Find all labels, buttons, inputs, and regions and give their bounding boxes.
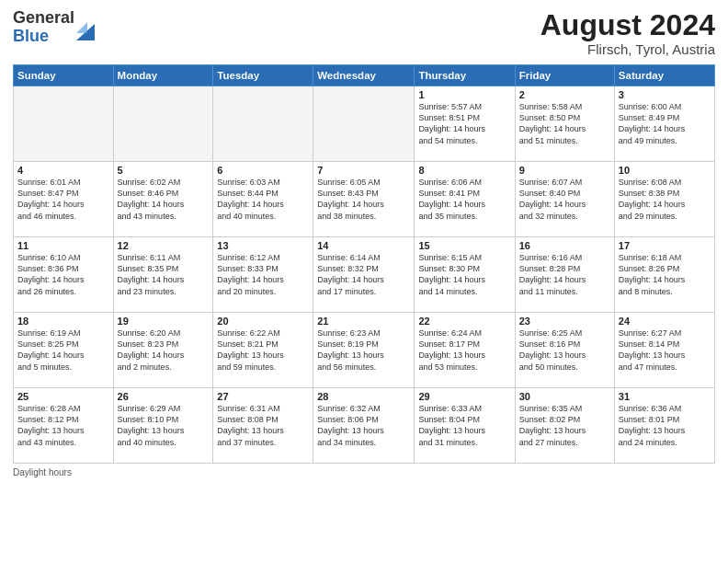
calendar-cell: 20Sunrise: 6:22 AM Sunset: 8:21 PM Dayli… xyxy=(213,313,313,388)
calendar-cell: 19Sunrise: 6:20 AM Sunset: 8:23 PM Dayli… xyxy=(113,313,213,388)
col-sunday: Sunday xyxy=(14,65,114,86)
day-info: Sunrise: 6:36 AM Sunset: 8:01 PM Dayligh… xyxy=(619,403,711,448)
calendar-week-1: 4Sunrise: 6:01 AM Sunset: 8:47 PM Daylig… xyxy=(14,162,715,237)
day-info: Sunrise: 6:14 AM Sunset: 8:32 PM Dayligh… xyxy=(317,252,410,297)
calendar-cell: 5Sunrise: 6:02 AM Sunset: 8:46 PM Daylig… xyxy=(113,162,213,237)
day-info: Sunrise: 6:05 AM Sunset: 8:43 PM Dayligh… xyxy=(317,177,410,222)
day-info: Sunrise: 6:07 AM Sunset: 8:40 PM Dayligh… xyxy=(519,177,610,222)
day-info: Sunrise: 6:33 AM Sunset: 8:04 PM Dayligh… xyxy=(418,403,510,448)
logo-blue-text: Blue xyxy=(13,28,74,46)
day-number: 21 xyxy=(317,316,410,327)
day-info: Sunrise: 6:01 AM Sunset: 8:47 PM Dayligh… xyxy=(17,177,109,222)
calendar-cell xyxy=(113,86,213,162)
day-number: 7 xyxy=(317,165,410,176)
day-info: Sunrise: 6:31 AM Sunset: 8:08 PM Dayligh… xyxy=(217,403,309,448)
day-number: 30 xyxy=(519,391,610,402)
day-info: Sunrise: 6:23 AM Sunset: 8:19 PM Dayligh… xyxy=(317,327,410,373)
header: General Blue August 2024 Flirsch, Tyrol,… xyxy=(13,9,715,57)
calendar-cell: 2Sunrise: 5:58 AM Sunset: 8:50 PM Daylig… xyxy=(515,86,614,162)
col-thursday: Thursday xyxy=(415,65,515,86)
day-info: Sunrise: 6:35 AM Sunset: 8:02 PM Dayligh… xyxy=(519,403,610,448)
day-info: Sunrise: 6:29 AM Sunset: 8:10 PM Dayligh… xyxy=(118,403,210,448)
day-info: Sunrise: 6:32 AM Sunset: 8:06 PM Dayligh… xyxy=(317,403,410,448)
calendar-week-0: 1Sunrise: 5:57 AM Sunset: 8:51 PM Daylig… xyxy=(14,86,715,162)
calendar-header-row: Sunday Monday Tuesday Wednesday Thursday… xyxy=(14,65,715,86)
calendar-cell: 29Sunrise: 6:33 AM Sunset: 8:04 PM Dayli… xyxy=(415,388,515,464)
col-monday: Monday xyxy=(113,65,213,86)
calendar-cell: 17Sunrise: 6:18 AM Sunset: 8:26 PM Dayli… xyxy=(614,237,714,313)
day-number: 25 xyxy=(17,391,109,402)
day-info: Sunrise: 6:16 AM Sunset: 8:28 PM Dayligh… xyxy=(519,252,610,297)
calendar-cell: 28Sunrise: 6:32 AM Sunset: 8:06 PM Dayli… xyxy=(313,388,415,464)
calendar-cell: 22Sunrise: 6:24 AM Sunset: 8:17 PM Dayli… xyxy=(415,313,515,388)
calendar-cell: 16Sunrise: 6:16 AM Sunset: 8:28 PM Dayli… xyxy=(515,237,614,313)
calendar-cell: 8Sunrise: 6:06 AM Sunset: 8:41 PM Daylig… xyxy=(415,162,515,237)
calendar-cell: 15Sunrise: 6:15 AM Sunset: 8:30 PM Dayli… xyxy=(415,237,515,313)
col-saturday: Saturday xyxy=(614,65,714,86)
day-number: 17 xyxy=(619,240,711,251)
day-info: Sunrise: 6:18 AM Sunset: 8:26 PM Dayligh… xyxy=(619,252,711,297)
title-block: August 2024 Flirsch, Tyrol, Austria xyxy=(540,9,715,57)
calendar-cell: 10Sunrise: 6:08 AM Sunset: 8:38 PM Dayli… xyxy=(614,162,714,237)
logo-general-text: General xyxy=(13,9,74,28)
day-number: 12 xyxy=(118,240,210,251)
logo-icon xyxy=(76,15,95,40)
day-info: Sunrise: 6:15 AM Sunset: 8:30 PM Dayligh… xyxy=(418,252,510,297)
calendar-cell: 6Sunrise: 6:03 AM Sunset: 8:44 PM Daylig… xyxy=(213,162,313,237)
day-info: Sunrise: 6:19 AM Sunset: 8:25 PM Dayligh… xyxy=(17,327,109,373)
calendar-cell: 12Sunrise: 6:11 AM Sunset: 8:35 PM Dayli… xyxy=(113,237,213,313)
day-info: Sunrise: 6:00 AM Sunset: 8:49 PM Dayligh… xyxy=(619,101,711,146)
day-number: 2 xyxy=(519,89,610,100)
day-number: 23 xyxy=(519,316,610,327)
calendar-cell: 11Sunrise: 6:10 AM Sunset: 8:36 PM Dayli… xyxy=(14,237,114,313)
month-year: August 2024 xyxy=(540,9,715,41)
calendar-cell: 14Sunrise: 6:14 AM Sunset: 8:32 PM Dayli… xyxy=(313,237,415,313)
calendar-cell xyxy=(14,86,114,162)
col-tuesday: Tuesday xyxy=(213,65,313,86)
day-number: 20 xyxy=(217,316,309,327)
day-number: 31 xyxy=(619,391,711,402)
day-number: 24 xyxy=(619,316,711,327)
calendar-week-2: 11Sunrise: 6:10 AM Sunset: 8:36 PM Dayli… xyxy=(14,237,715,313)
day-info: Sunrise: 6:25 AM Sunset: 8:16 PM Dayligh… xyxy=(519,327,610,373)
day-number: 16 xyxy=(519,240,610,251)
day-number: 6 xyxy=(217,165,309,176)
day-info: Sunrise: 5:57 AM Sunset: 8:51 PM Dayligh… xyxy=(418,101,510,146)
day-info: Sunrise: 6:11 AM Sunset: 8:35 PM Dayligh… xyxy=(118,252,210,297)
calendar-cell: 9Sunrise: 6:07 AM Sunset: 8:40 PM Daylig… xyxy=(515,162,614,237)
svg-marker-1 xyxy=(76,22,87,33)
calendar-cell: 4Sunrise: 6:01 AM Sunset: 8:47 PM Daylig… xyxy=(14,162,114,237)
day-number: 28 xyxy=(317,391,410,402)
location: Flirsch, Tyrol, Austria xyxy=(540,41,715,57)
calendar-cell: 23Sunrise: 6:25 AM Sunset: 8:16 PM Dayli… xyxy=(515,313,614,388)
day-number: 11 xyxy=(17,240,109,251)
day-number: 10 xyxy=(619,165,711,176)
calendar-cell: 24Sunrise: 6:27 AM Sunset: 8:14 PM Dayli… xyxy=(614,313,714,388)
day-info: Sunrise: 6:24 AM Sunset: 8:17 PM Dayligh… xyxy=(418,327,510,373)
day-info: Sunrise: 6:10 AM Sunset: 8:36 PM Dayligh… xyxy=(17,252,109,297)
calendar-cell: 26Sunrise: 6:29 AM Sunset: 8:10 PM Dayli… xyxy=(113,388,213,464)
day-info: Sunrise: 5:58 AM Sunset: 8:50 PM Dayligh… xyxy=(519,101,610,146)
day-info: Sunrise: 6:20 AM Sunset: 8:23 PM Dayligh… xyxy=(118,327,210,373)
day-info: Sunrise: 6:28 AM Sunset: 8:12 PM Dayligh… xyxy=(17,403,109,448)
day-number: 18 xyxy=(17,316,109,327)
day-number: 26 xyxy=(118,391,210,402)
calendar-cell: 21Sunrise: 6:23 AM Sunset: 8:19 PM Dayli… xyxy=(313,313,415,388)
day-info: Sunrise: 6:27 AM Sunset: 8:14 PM Dayligh… xyxy=(619,327,711,373)
day-info: Sunrise: 6:06 AM Sunset: 8:41 PM Dayligh… xyxy=(418,177,510,222)
footer-note: Daylight hours xyxy=(13,467,715,477)
day-number: 15 xyxy=(418,240,510,251)
calendar-cell: 27Sunrise: 6:31 AM Sunset: 8:08 PM Dayli… xyxy=(213,388,313,464)
day-number: 22 xyxy=(418,316,510,327)
day-number: 9 xyxy=(519,165,610,176)
col-friday: Friday xyxy=(515,65,614,86)
day-info: Sunrise: 6:02 AM Sunset: 8:46 PM Dayligh… xyxy=(118,177,210,222)
day-number: 14 xyxy=(317,240,410,251)
logo: General Blue xyxy=(13,9,95,46)
calendar-cell: 18Sunrise: 6:19 AM Sunset: 8:25 PM Dayli… xyxy=(14,313,114,388)
calendar-cell: 7Sunrise: 6:05 AM Sunset: 8:43 PM Daylig… xyxy=(313,162,415,237)
calendar-cell: 25Sunrise: 6:28 AM Sunset: 8:12 PM Dayli… xyxy=(14,388,114,464)
calendar-cell: 1Sunrise: 5:57 AM Sunset: 8:51 PM Daylig… xyxy=(415,86,515,162)
calendar-cell: 31Sunrise: 6:36 AM Sunset: 8:01 PM Dayli… xyxy=(614,388,714,464)
day-info: Sunrise: 6:08 AM Sunset: 8:38 PM Dayligh… xyxy=(619,177,711,222)
